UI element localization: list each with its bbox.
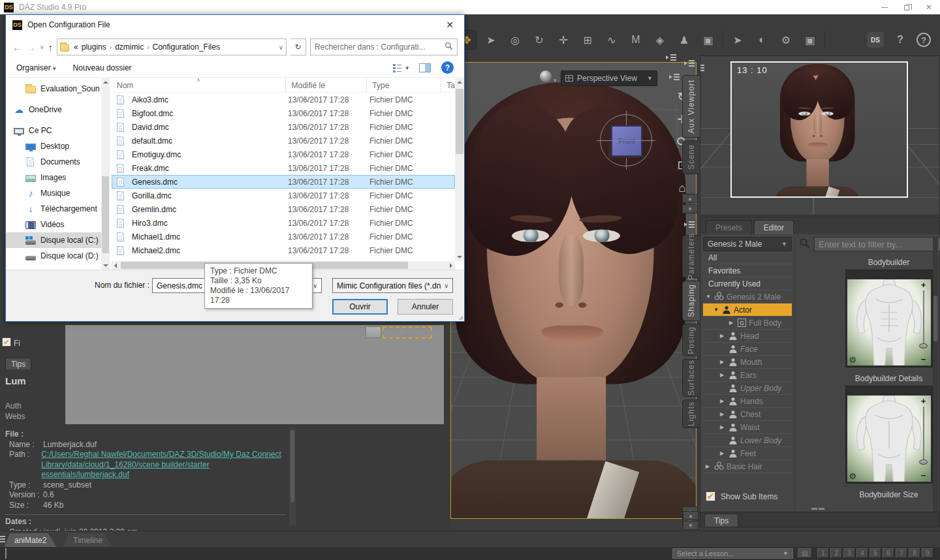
view-cube[interactable]: Front xyxy=(600,114,652,166)
gear-icon[interactable]: ⚙ xyxy=(849,355,857,365)
file-row[interactable]: Bigfoot.dmc13/06/2017 17:28Fichier DMC xyxy=(112,106,455,120)
tab-scroll-up-icon[interactable]: ▲ xyxy=(682,194,698,203)
camera-selector[interactable]: Perspective View ▼ xyxy=(561,70,657,86)
morph-card-bodybuilder[interactable]: +− ⚙ xyxy=(845,270,933,367)
draw-style-caret-icon[interactable]: ▾ xyxy=(554,77,557,84)
lesson-5-button[interactable]: 5 xyxy=(870,548,881,558)
camera-tool[interactable]: ▣ xyxy=(698,30,718,50)
breadcrumb-item-plugins[interactable]: plugins xyxy=(82,42,106,52)
scroll-up-icon[interactable] xyxy=(103,81,108,84)
view-cube-front-face[interactable]: Front xyxy=(611,125,642,157)
sidebar-item-telechargement[interactable]: ↓Téléchargement xyxy=(6,201,101,217)
chevron-down-icon[interactable]: ∨ xyxy=(313,283,317,289)
tool-settings-button[interactable]: ➤ xyxy=(728,30,747,50)
tab-tips[interactable]: Tips xyxy=(704,514,738,527)
view-mode-button[interactable]: ▾ xyxy=(392,63,409,72)
breadcrumb-item-configuration-files[interactable]: Configuration_Files xyxy=(153,42,220,52)
lesson-8-button[interactable]: 8 xyxy=(909,548,920,558)
file-row[interactable]: Hiro3.dmc13/06/2017 17:28Fichier DMC xyxy=(112,216,455,230)
file-row[interactable]: Aiko3.dmc13/06/2017 17:28Fichier DMC xyxy=(112,93,455,106)
tree-item-upper-body[interactable]: Upper Body xyxy=(703,382,792,395)
rotate-tool[interactable]: ◎ xyxy=(505,30,525,50)
render-camera-button[interactable]: ▣ xyxy=(800,30,820,50)
morph-slider[interactable]: +− xyxy=(919,398,928,478)
tree-item-basic-hair[interactable]: ▶ Basic Hair xyxy=(703,460,792,473)
lesson-9-button[interactable]: 9 xyxy=(922,548,933,558)
tree-item-ears[interactable]: ▶ Ears xyxy=(703,369,792,382)
tab-scroll-down-icon[interactable]: ▼ xyxy=(682,204,698,213)
lesson-2-button[interactable]: 2 xyxy=(830,548,842,558)
draw-style-icon[interactable] xyxy=(540,70,552,82)
tree-item-full-body[interactable]: ▶ G Full Body xyxy=(703,317,792,330)
main-viewport[interactable]: ▾ Perspective View ▼ Front ↻ ✛ ⊡ ⌂ xyxy=(450,62,697,519)
tab-scene[interactable]: Scene xyxy=(682,140,700,174)
figure-tool[interactable]: ♟ xyxy=(674,30,694,50)
sidebar-item-documents[interactable]: Documents xyxy=(6,154,101,170)
sidebar-item-evaluation[interactable]: Evaluation_Soun xyxy=(6,81,101,97)
tree-item-mouth[interactable]: ▶ Mouth xyxy=(703,356,792,369)
scroll-right-icon[interactable] xyxy=(450,263,452,268)
lesson-3-button[interactable]: 3 xyxy=(843,548,855,558)
sidebar-item-videos[interactable]: Vidéos xyxy=(6,217,101,232)
sidebar-scrollbar[interactable] xyxy=(101,78,110,270)
expand-arrow-icon[interactable]: ▶ xyxy=(720,333,726,339)
tree-item-head[interactable]: ▶ Head xyxy=(703,330,792,343)
tab-lights[interactable]: Lights xyxy=(682,399,700,428)
file-row[interactable]: Emotiguy.dmc13/06/2017 17:28Fichier DMC xyxy=(112,148,455,161)
file-row[interactable]: Gorilla.dmc13/06/2017 17:28Fichier DMC xyxy=(112,189,455,202)
tab-parameters[interactable]: Parameters xyxy=(682,235,700,278)
scroll-up-icon[interactable] xyxy=(457,81,462,84)
tab-editor[interactable]: Editor xyxy=(754,220,794,234)
column-header-taille[interactable]: Ta xyxy=(441,78,455,92)
chevron-down-icon[interactable]: ∨ xyxy=(444,283,448,289)
up-button[interactable]: ↑ xyxy=(48,42,54,53)
bottom-pane-menu-icon[interactable] xyxy=(0,535,5,543)
breadcrumb[interactable]: « plugins › dzmimic › Configuration_File… xyxy=(57,39,287,55)
breadcrumb-item-dzmimic[interactable]: dzmimic xyxy=(115,42,144,52)
close-button[interactable]: ✕ xyxy=(918,0,940,14)
refresh-button[interactable]: ↻ xyxy=(290,39,306,55)
filter-search-icon[interactable] xyxy=(799,238,810,251)
figure-selector[interactable]: Genesis 2 Male▼ xyxy=(703,237,792,251)
geometry-editor-tool[interactable]: ◈ xyxy=(650,30,670,50)
sort-ascending-icon[interactable]: ∧ xyxy=(196,78,200,83)
resize-grip-icon[interactable]: ◢ xyxy=(458,314,463,320)
morph-card-bodybuilder-details[interactable]: +− ⚙ xyxy=(845,386,933,484)
tab-animate2[interactable]: aniMate2 xyxy=(4,533,57,548)
scroll-down-icon[interactable] xyxy=(103,264,108,267)
sidebar-item-onedrive[interactable]: ☁OneDrive xyxy=(6,102,101,117)
sidebar-item-disque-c[interactable]: Disque local (C:) xyxy=(6,232,101,248)
tab-tips-mini[interactable]: Tips xyxy=(5,358,31,369)
preview-pane-button[interactable] xyxy=(419,63,431,72)
pane-scroll-down-icon[interactable]: ▼ xyxy=(683,521,698,530)
cancel-button[interactable]: Annuler xyxy=(398,299,453,315)
splitter-grip[interactable]: ▬▬ xyxy=(811,505,826,511)
dialog-help-button[interactable]: ? xyxy=(441,61,454,74)
aux-pane-menu-icon[interactable] xyxy=(684,59,695,67)
lesson-4-button[interactable]: 4 xyxy=(856,548,868,558)
organize-button[interactable]: Organiser ▾ xyxy=(16,63,56,72)
translate-tool[interactable]: ✛ xyxy=(554,30,573,50)
tree-item-waist[interactable]: ▶ Waist xyxy=(703,421,792,434)
file-row[interactable]: David.dmc13/06/2017 17:28Fichier DMC xyxy=(112,120,455,134)
expand-arrow-icon[interactable]: ▶ xyxy=(720,411,726,417)
lesson-7-button[interactable]: 7 xyxy=(896,548,907,558)
tree-item-hands[interactable]: ▶ Hands xyxy=(703,395,792,408)
file-row[interactable]: Freak.dmc13/06/2017 17:28Fichier DMC xyxy=(112,161,455,175)
scale-tool[interactable]: ⊞ xyxy=(578,30,597,50)
filter-input[interactable] xyxy=(814,237,940,251)
column-header-type[interactable]: Type xyxy=(367,78,441,92)
back-button[interactable]: ← xyxy=(12,42,22,53)
ds-home-button[interactable]: DS xyxy=(867,32,884,48)
shaping-strip-menu-icon[interactable] xyxy=(684,221,695,228)
file-row-selected[interactable]: Genesis.dmc13/06/2017 17:28Fichier DMC xyxy=(112,175,455,189)
address-dropdown-icon[interactable]: ∨ xyxy=(279,44,283,51)
tab-shaping[interactable]: Shaping xyxy=(682,281,700,321)
render-settings-button[interactable]: ⚙ xyxy=(776,30,796,50)
tree-item-lower-body[interactable]: Lower Body xyxy=(703,434,792,447)
file-row[interactable]: default.dmc13/06/2017 17:28Fichier DMC xyxy=(112,134,455,148)
sidebar-item-disque-d[interactable]: Disque local (D:) xyxy=(6,248,101,264)
show-sub-items-checkbox[interactable]: ✔ xyxy=(706,491,715,501)
help-button[interactable]: ? xyxy=(916,33,931,47)
sidebar-item-desktop[interactable]: Desktop xyxy=(6,138,101,154)
